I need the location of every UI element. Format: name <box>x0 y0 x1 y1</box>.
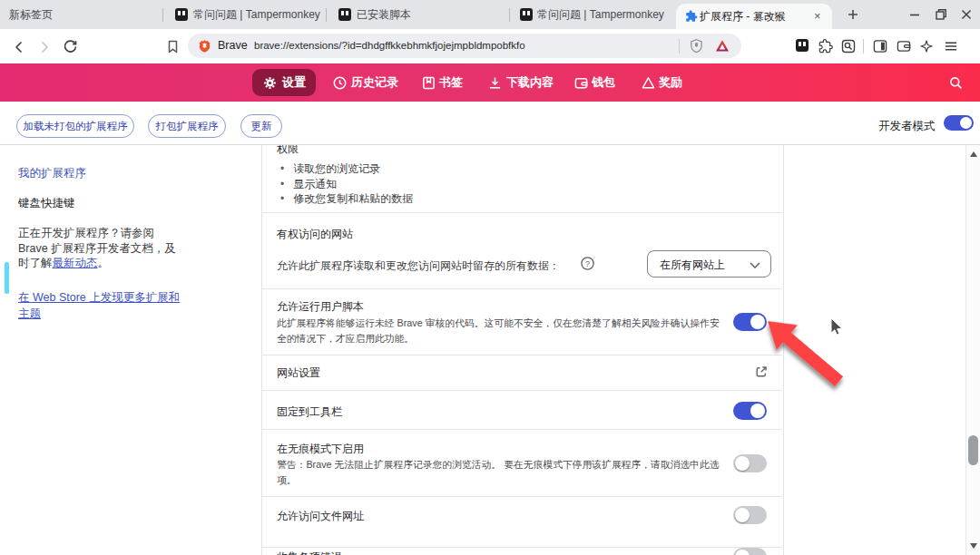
brave-nav-bar: 设置 历史记录 书签 下载内容 钱包 奖励 <box>0 63 980 102</box>
chevron-down-icon <box>750 262 760 268</box>
file-urls-toggle[interactable] <box>733 506 767 524</box>
tab-separator <box>509 8 510 22</box>
gear-icon <box>263 76 277 90</box>
menu-icon[interactable] <box>944 39 958 54</box>
puzzle-icon <box>685 10 698 23</box>
row-divider <box>262 547 782 548</box>
row-divider <box>262 355 782 355</box>
window-minimize-button[interactable] <box>906 5 924 24</box>
wallet-panel-icon[interactable] <box>897 39 911 54</box>
tampermonkey-icon <box>175 8 188 21</box>
permission-text: 显示通知 <box>293 178 337 190</box>
user-scripts-toggle[interactable] <box>733 313 767 331</box>
nav-settings[interactable]: 设置 <box>252 69 316 96</box>
developer-mode-label: 开发者模式 <box>878 119 936 134</box>
card-left-border <box>261 145 262 555</box>
load-unpacked-button[interactable]: 加载未打包的扩展程序 <box>16 114 134 138</box>
mouse-cursor <box>830 317 845 337</box>
tampermonkey-toolbar-icon[interactable] <box>796 39 808 52</box>
permission-item: •读取您的浏览记录 <box>280 161 380 177</box>
site-access-title: 有权访问的网站 <box>277 227 353 242</box>
update-button[interactable]: 更新 <box>240 114 282 138</box>
collect-errors-toggle[interactable] <box>733 548 767 555</box>
whats-new-link[interactable]: 最新动态 <box>53 257 98 269</box>
url-text[interactable]: brave://extensions/?id=dhdgffkkebhmkfjoj… <box>254 34 525 58</box>
site-access-label: 允许此扩展程序读取和更改您访问网站时留存的所有数据： <box>277 258 560 274</box>
toolbar-separator <box>863 39 864 54</box>
card-right-border <box>783 145 784 555</box>
bookmark-icon[interactable] <box>165 39 181 54</box>
tab-close-icon[interactable]: × <box>814 4 821 29</box>
row-divider <box>262 212 782 213</box>
downloads-icon <box>488 76 502 90</box>
nav-rewards[interactable]: 奖励 <box>659 63 682 102</box>
nav-wallet[interactable]: 钱包 <box>592 63 615 102</box>
pack-extension-button[interactable]: 打包扩展程序 <box>148 114 226 138</box>
extensions-icon[interactable] <box>818 39 833 54</box>
forward-icon[interactable] <box>36 39 53 55</box>
leo-ai-icon[interactable] <box>919 39 934 54</box>
sidebar-toggle-icon[interactable] <box>873 39 887 54</box>
tab-bar: 新标签页 常问问题 | Tampermonkey 已安装脚本 常问问题 | Ta… <box>0 0 980 29</box>
tab-faq-tampermonkey-2[interactable]: 常问问题 | Tampermonkey <box>537 0 664 29</box>
permission-text: 修改您复制和粘贴的数据 <box>293 192 413 205</box>
url-bar[interactable]: Brave brave://extensions/?id=dhdgffkkebh… <box>188 34 741 58</box>
developer-mode-toggle[interactable] <box>944 115 974 131</box>
scroll-down-icon[interactable] <box>970 543 977 549</box>
user-scripts-title: 允许运行用户脚本 <box>277 299 364 315</box>
tab-extensions-active[interactable]: 扩展程序 - 篡改猴 × <box>676 4 832 29</box>
dev-note-line2: Brave 扩展程序开发者文档，及 <box>18 241 222 257</box>
site-access-dropdown[interactable]: 在所有网站上 <box>647 250 771 278</box>
webstore-link[interactable]: 在 Web Store 上发现更多扩展和主题 <box>18 290 187 322</box>
sidebar-dev-note: 正在开发扩展程序？请参阅 Brave 扩展程序开发者文档，及 时了解最新动态。 <box>18 226 222 271</box>
nav-downloads[interactable]: 下载内容 <box>506 63 554 102</box>
tampermonkey-icon <box>338 8 351 21</box>
shields-icon[interactable] <box>689 38 704 54</box>
pin-to-toolbar-toggle[interactable] <box>733 402 767 420</box>
tab-new-tab-page[interactable]: 新标签页 <box>9 0 53 29</box>
back-icon[interactable] <box>11 39 27 55</box>
reload-icon[interactable] <box>62 38 79 55</box>
dev-note-line1: 正在开发扩展程序？请参阅 <box>18 226 222 241</box>
nav-settings-label: 设置 <box>282 69 306 96</box>
window-restore-button[interactable] <box>932 5 950 24</box>
scroll-up-icon[interactable] <box>970 151 977 157</box>
wallet-icon <box>574 76 588 90</box>
url-separator <box>679 39 680 54</box>
incognito-desc: 警告：Brave 无法阻止扩展程序记录您的浏览活动。 要在无痕模式下停用该扩展程… <box>277 457 723 487</box>
tab-faq-tampermonkey-1[interactable]: 常问问题 | Tampermonkey <box>193 0 320 29</box>
file-urls-label: 允许访问文件网址 <box>277 509 364 524</box>
address-bar: Brave brave://extensions/?id=dhdgffkkebh… <box>0 29 980 63</box>
search-tabs-icon[interactable] <box>841 39 856 54</box>
row-divider <box>262 496 782 497</box>
active-tab-title: 扩展程序 - 篡改猴 <box>700 4 786 29</box>
tab-installed-scripts[interactable]: 已安装脚本 <box>357 0 411 29</box>
search-icon[interactable] <box>949 76 963 90</box>
scrollbar[interactable] <box>965 145 980 555</box>
scrollbar-thumb[interactable] <box>968 435 978 465</box>
row-divider <box>262 288 782 289</box>
permission-text: 读取您的浏览记录 <box>293 162 380 175</box>
incognito-toggle[interactable] <box>733 454 767 472</box>
dev-note-line3-prefix: 时了解 <box>18 257 53 269</box>
brave-lion-icon <box>198 39 211 53</box>
sidebar-item-my-extensions[interactable]: 我的扩展程序 <box>18 166 86 181</box>
bat-rewards-icon[interactable] <box>715 39 730 53</box>
bookmarks-icon <box>422 76 436 90</box>
sidebar-item-keyboard-shortcuts[interactable]: 键盘快捷键 <box>18 196 75 211</box>
tab-separator <box>326 8 327 22</box>
nav-bookmarks[interactable]: 书签 <box>439 63 463 102</box>
rewards-icon <box>642 76 655 90</box>
row-divider <box>262 390 782 391</box>
row-divider <box>262 429 782 430</box>
window-close-button[interactable] <box>957 5 975 24</box>
external-link-icon[interactable] <box>754 365 769 379</box>
nav-history[interactable]: 历史记录 <box>351 63 398 102</box>
brave-label: Brave <box>218 34 248 58</box>
user-scripts-desc: 此扩展程序将能够运行未经 Brave 审核的代码。这可能不安全，仅在您清楚了解相… <box>277 316 727 346</box>
dev-note-line3: 时了解最新动态。 <box>18 256 222 271</box>
cyan-marker <box>5 262 9 294</box>
permission-item: •显示通知 <box>280 177 337 192</box>
help-icon[interactable]: ? <box>581 257 594 270</box>
new-tab-button[interactable] <box>844 5 862 24</box>
